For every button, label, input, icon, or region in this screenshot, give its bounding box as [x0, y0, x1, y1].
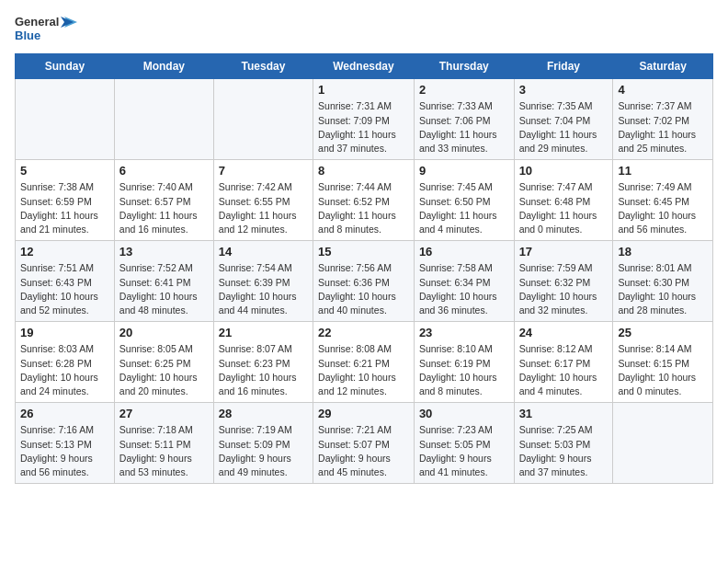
day-info: Sunrise: 7:51 AMSunset: 6:43 PMDaylight:…	[20, 261, 109, 317]
weekday-header-sunday: Sunday	[16, 54, 115, 79]
day-number: 1	[318, 83, 409, 97]
day-number: 12	[20, 245, 109, 259]
calendar-table: SundayMondayTuesdayWednesdayThursdayFrid…	[15, 53, 713, 484]
calendar-cell: 4Sunrise: 7:37 AMSunset: 7:02 PMDaylight…	[613, 79, 713, 160]
day-number: 27	[119, 407, 209, 420]
calendar-cell: 13Sunrise: 7:52 AMSunset: 6:41 PMDayligh…	[114, 241, 213, 322]
day-info: Sunrise: 7:59 AMSunset: 6:32 PMDaylight:…	[519, 261, 609, 317]
calendar-cell: 2Sunrise: 7:33 AMSunset: 7:06 PMDaylight…	[414, 79, 514, 160]
day-number: 21	[219, 326, 308, 339]
day-number: 4	[618, 83, 708, 97]
day-info: Sunrise: 7:40 AMSunset: 6:57 PMDaylight:…	[119, 180, 209, 236]
calendar-cell: 12Sunrise: 7:51 AMSunset: 6:43 PMDayligh…	[16, 241, 115, 322]
day-number: 10	[519, 164, 609, 178]
day-info: Sunrise: 8:05 AMSunset: 6:25 PMDaylight:…	[119, 342, 209, 398]
calendar-cell: 31Sunrise: 7:25 AMSunset: 5:03 PMDayligh…	[514, 403, 613, 484]
calendar-cell	[16, 79, 115, 160]
day-number: 22	[318, 326, 409, 339]
calendar-cell: 6Sunrise: 7:40 AMSunset: 6:57 PMDaylight…	[114, 160, 213, 241]
day-info: Sunrise: 7:23 AMSunset: 5:05 PMDaylight:…	[419, 423, 509, 479]
day-info: Sunrise: 7:54 AMSunset: 6:39 PMDaylight:…	[219, 261, 308, 317]
calendar-week-row: 26Sunrise: 7:16 AMSunset: 5:13 PMDayligh…	[16, 403, 713, 484]
day-info: Sunrise: 7:19 AMSunset: 5:09 PMDaylight:…	[219, 423, 308, 479]
day-number: 17	[519, 245, 609, 259]
day-info: Sunrise: 8:07 AMSunset: 6:23 PMDaylight:…	[219, 342, 308, 398]
calendar-cell: 25Sunrise: 8:14 AMSunset: 6:15 PMDayligh…	[613, 322, 713, 403]
calendar-week-row: 5Sunrise: 7:38 AMSunset: 6:59 PMDaylight…	[16, 160, 713, 241]
day-number: 3	[519, 83, 609, 97]
calendar-cell: 28Sunrise: 7:19 AMSunset: 5:09 PMDayligh…	[213, 403, 313, 484]
day-info: Sunrise: 7:37 AMSunset: 7:02 PMDaylight:…	[618, 99, 708, 155]
calendar-cell: 19Sunrise: 8:03 AMSunset: 6:28 PMDayligh…	[16, 322, 115, 403]
day-number: 6	[119, 164, 209, 178]
logo-arrow-icon	[61, 15, 77, 29]
day-number: 9	[419, 164, 509, 178]
day-info: Sunrise: 7:56 AMSunset: 6:36 PMDaylight:…	[318, 261, 409, 317]
calendar-cell: 1Sunrise: 7:31 AMSunset: 7:09 PMDaylight…	[313, 79, 415, 160]
calendar-cell: 23Sunrise: 8:10 AMSunset: 6:19 PMDayligh…	[414, 322, 514, 403]
calendar-week-row: 1Sunrise: 7:31 AMSunset: 7:09 PMDaylight…	[16, 79, 713, 160]
calendar-cell: 9Sunrise: 7:45 AMSunset: 6:50 PMDaylight…	[414, 160, 514, 241]
day-number: 31	[519, 407, 609, 420]
day-info: Sunrise: 7:18 AMSunset: 5:11 PMDaylight:…	[119, 423, 209, 479]
day-number: 7	[219, 164, 308, 178]
day-number: 26	[20, 407, 109, 420]
day-number: 20	[119, 326, 209, 339]
calendar-cell: 7Sunrise: 7:42 AMSunset: 6:55 PMDaylight…	[213, 160, 313, 241]
calendar-cell: 16Sunrise: 7:58 AMSunset: 6:34 PMDayligh…	[414, 241, 514, 322]
day-info: Sunrise: 7:38 AMSunset: 6:59 PMDaylight:…	[20, 180, 109, 236]
weekday-header-thursday: Thursday	[414, 54, 514, 79]
day-info: Sunrise: 7:33 AMSunset: 7:06 PMDaylight:…	[419, 99, 509, 155]
weekday-header-monday: Monday	[114, 54, 213, 79]
logo-container: General Blue	[15, 15, 77, 42]
day-info: Sunrise: 8:14 AMSunset: 6:15 PMDaylight:…	[618, 342, 708, 398]
calendar-cell: 17Sunrise: 7:59 AMSunset: 6:32 PMDayligh…	[514, 241, 613, 322]
day-info: Sunrise: 7:49 AMSunset: 6:45 PMDaylight:…	[618, 180, 708, 236]
logo-blue: Blue	[15, 29, 77, 42]
day-info: Sunrise: 7:35 AMSunset: 7:04 PMDaylight:…	[519, 99, 609, 155]
calendar-cell: 8Sunrise: 7:44 AMSunset: 6:52 PMDaylight…	[313, 160, 415, 241]
day-info: Sunrise: 7:25 AMSunset: 5:03 PMDaylight:…	[519, 423, 609, 479]
calendar-cell: 30Sunrise: 7:23 AMSunset: 5:05 PMDayligh…	[414, 403, 514, 484]
day-info: Sunrise: 7:42 AMSunset: 6:55 PMDaylight:…	[219, 180, 308, 236]
day-info: Sunrise: 7:21 AMSunset: 5:07 PMDaylight:…	[318, 423, 409, 479]
day-info: Sunrise: 8:03 AMSunset: 6:28 PMDaylight:…	[20, 342, 109, 398]
calendar-cell: 24Sunrise: 8:12 AMSunset: 6:17 PMDayligh…	[514, 322, 613, 403]
day-info: Sunrise: 7:44 AMSunset: 6:52 PMDaylight:…	[318, 180, 409, 236]
day-info: Sunrise: 7:52 AMSunset: 6:41 PMDaylight:…	[119, 261, 209, 317]
calendar-cell: 14Sunrise: 7:54 AMSunset: 6:39 PMDayligh…	[213, 241, 313, 322]
day-number: 11	[618, 164, 708, 178]
day-number: 16	[419, 245, 509, 259]
day-number: 8	[318, 164, 409, 178]
day-number: 18	[618, 245, 708, 259]
calendar-cell	[613, 403, 713, 484]
calendar-cell: 27Sunrise: 7:18 AMSunset: 5:11 PMDayligh…	[114, 403, 213, 484]
calendar-cell	[114, 79, 213, 160]
calendar-week-row: 19Sunrise: 8:03 AMSunset: 6:28 PMDayligh…	[16, 322, 713, 403]
calendar-cell: 22Sunrise: 8:08 AMSunset: 6:21 PMDayligh…	[313, 322, 415, 403]
day-info: Sunrise: 8:01 AMSunset: 6:30 PMDaylight:…	[618, 261, 708, 317]
day-number: 30	[419, 407, 509, 420]
weekday-header-tuesday: Tuesday	[213, 54, 313, 79]
day-number: 13	[119, 245, 209, 259]
day-info: Sunrise: 7:47 AMSunset: 6:48 PMDaylight:…	[519, 180, 609, 236]
calendar-cell: 15Sunrise: 7:56 AMSunset: 6:36 PMDayligh…	[313, 241, 415, 322]
calendar-cell: 21Sunrise: 8:07 AMSunset: 6:23 PMDayligh…	[213, 322, 313, 403]
day-number: 2	[419, 83, 509, 97]
calendar-cell: 20Sunrise: 8:05 AMSunset: 6:25 PMDayligh…	[114, 322, 213, 403]
weekday-header-saturday: Saturday	[613, 54, 713, 79]
calendar-cell	[213, 79, 313, 160]
day-number: 24	[519, 326, 609, 339]
day-number: 28	[219, 407, 308, 420]
logo: General Blue	[15, 15, 77, 42]
calendar-week-row: 12Sunrise: 7:51 AMSunset: 6:43 PMDayligh…	[16, 241, 713, 322]
calendar-cell: 18Sunrise: 8:01 AMSunset: 6:30 PMDayligh…	[613, 241, 713, 322]
day-number: 25	[618, 326, 708, 339]
calendar-cell: 26Sunrise: 7:16 AMSunset: 5:13 PMDayligh…	[16, 403, 115, 484]
day-number: 14	[219, 245, 308, 259]
weekday-header-wednesday: Wednesday	[313, 54, 415, 79]
day-info: Sunrise: 8:08 AMSunset: 6:21 PMDaylight:…	[318, 342, 409, 398]
day-info: Sunrise: 7:58 AMSunset: 6:34 PMDaylight:…	[419, 261, 509, 317]
day-number: 5	[20, 164, 109, 178]
weekday-header-friday: Friday	[514, 54, 613, 79]
